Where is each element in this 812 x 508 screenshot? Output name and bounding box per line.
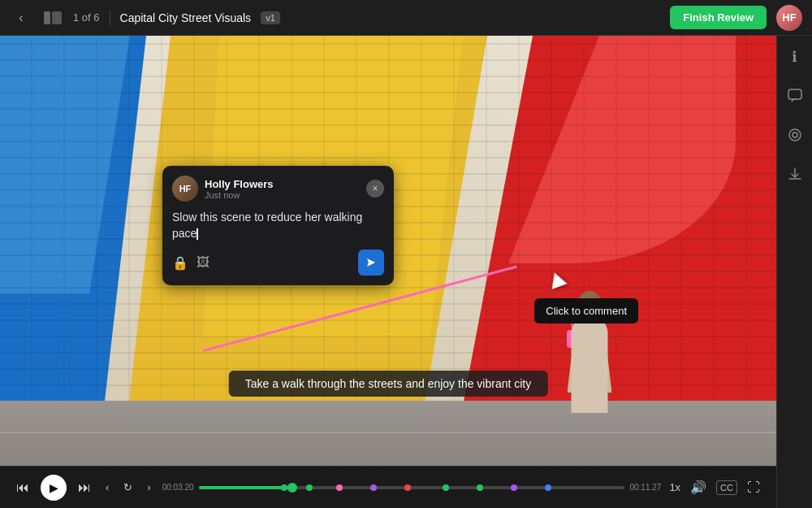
user-avatar[interactable]: HF <box>776 5 802 31</box>
captions-button[interactable]: CC <box>716 480 737 495</box>
fullscreen-button[interactable]: ⛶ <box>744 477 763 498</box>
right-controls: 1x 🔊 CC ⛶ <box>669 476 763 498</box>
panel-icon <box>42 10 63 26</box>
svg-point-4 <box>789 129 801 141</box>
comment-close-button[interactable]: × <box>366 180 384 198</box>
prev-frame-button[interactable]: ‹ <box>102 478 112 497</box>
comment-bubble: HF Holly Flowers Just now × Slow this sc… <box>162 166 394 285</box>
sidewalk <box>0 401 776 466</box>
main-area: Click to comment Take a walk through the… <box>0 36 812 508</box>
project-title: Capital City Street Visuals <box>120 11 252 24</box>
timeline-dot <box>545 484 551 491</box>
time-total: 00:11.27 <box>629 483 661 492</box>
comment-actions: 🔒 🖼 <box>172 250 384 276</box>
body <box>572 315 608 413</box>
timeline-dot <box>511 484 517 491</box>
version-badge[interactable]: v1 <box>261 11 280 24</box>
sidewalk-line <box>0 432 776 433</box>
image-icon[interactable]: 🖼 <box>197 255 209 270</box>
comment-header: HF Holly Flowers Just now × <box>172 176 384 202</box>
comment-user-info: Holly Flowers Just now <box>205 178 274 200</box>
comment-send-button[interactable] <box>358 250 384 276</box>
timeline-dot <box>336 484 343 491</box>
svg-point-5 <box>793 132 797 137</box>
skip-back-button[interactable]: ⏮ <box>13 477 32 498</box>
comment-panel-icon[interactable] <box>784 85 806 107</box>
time-current: 00:03.20 <box>162 483 194 492</box>
click-to-comment-label: Click to comment <box>546 305 627 317</box>
timeline-dot <box>306 484 313 491</box>
svg-rect-3 <box>788 89 801 99</box>
divider <box>110 10 110 26</box>
video-container[interactable]: Click to comment Take a walk through the… <box>0 36 776 466</box>
lock-icon[interactable]: 🔒 <box>172 255 188 271</box>
timeline-dot <box>404 484 411 491</box>
timeline[interactable]: 00:03.20 00:11.27 <box>162 480 662 496</box>
next-frame-button[interactable]: › <box>144 478 153 497</box>
click-to-comment-tooltip[interactable]: Click to comment <box>534 298 638 323</box>
comment-user-avatar: HF <box>172 176 198 202</box>
comment-user-name: Holly Flowers <box>205 178 274 190</box>
timeline-dot <box>443 484 449 491</box>
topbar: ‹ 1 of 6 Capital City Street Visuals v1 … <box>0 0 812 36</box>
timeline-dot <box>477 484 483 491</box>
share-icon[interactable] <box>784 124 806 146</box>
timeline-markers <box>199 484 625 491</box>
finish-review-button[interactable]: Finish Review <box>670 6 767 29</box>
video-area: Click to comment Take a walk through the… <box>0 36 776 508</box>
info-icon[interactable]: ℹ <box>784 46 806 68</box>
svg-marker-2 <box>367 258 375 267</box>
comment-text-value: Slow this scene to reduce her walking pa… <box>172 211 362 240</box>
comment-cursor <box>197 228 198 240</box>
back-button[interactable]: ‹ <box>10 7 32 29</box>
comment-time: Just now <box>205 190 274 200</box>
speed-control[interactable]: 1x <box>669 481 680 493</box>
timeline-dot <box>370 484 377 491</box>
loop-button[interactable]: ↻ <box>120 478 136 497</box>
download-icon[interactable] <box>784 163 806 185</box>
subtitle-text: Take a walk through the streets and enjo… <box>245 377 532 390</box>
svg-rect-1 <box>52 11 62 24</box>
play-pause-button[interactable]: ▶ <box>41 475 67 501</box>
skip-forward-button[interactable]: ⏭ <box>75 477 94 498</box>
counter-label: 1 of 6 <box>73 11 100 24</box>
playback-controls: ⏮ ▶ ⏭ ‹ ↻ › 00:03.20 <box>0 466 776 508</box>
timeline-dot <box>281 484 287 491</box>
comment-text: Slow this scene to reduce her walking pa… <box>172 210 384 241</box>
volume-button[interactable]: 🔊 <box>687 476 710 498</box>
sidebar: ℹ <box>776 36 812 508</box>
svg-rect-0 <box>44 11 50 24</box>
subtitle-bar: Take a walk through the streets and enjo… <box>229 371 548 397</box>
